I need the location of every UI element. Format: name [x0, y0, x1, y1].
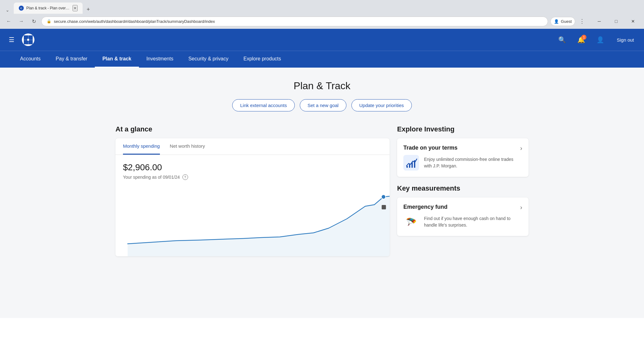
parachute-icon: 🪂	[406, 217, 417, 227]
svg-rect-13	[409, 164, 410, 168]
tab-list-button[interactable]: ⌄	[4, 6, 11, 14]
browser-chrome: ⌄ C Plan & track - Plan overview - c ✕ +…	[0, 0, 644, 29]
svg-rect-10	[382, 205, 386, 209]
svg-point-9	[381, 195, 386, 199]
page-content: Plan & Track Link external accounts Set …	[0, 68, 644, 318]
right-column: Explore Investing Trade on your terms	[397, 125, 529, 256]
tab-title: Plan & track - Plan overview - c	[26, 6, 70, 10]
card-tabs: Monthly spending Net worth history	[115, 138, 390, 155]
new-tab-button[interactable]: +	[84, 5, 93, 14]
tab-monthly-spending[interactable]: Monthly spending	[123, 138, 160, 155]
svg-rect-15	[414, 160, 415, 168]
search-icon: 🔍	[558, 36, 566, 43]
card-body: $2,906.00 Your spending as of 09/01/24 ?	[115, 155, 390, 187]
guest-icon: 👤	[554, 19, 559, 24]
tab-net-worth-history[interactable]: Net worth history	[170, 138, 205, 155]
top-nav: ☰ 🔍 🔔 1	[0, 29, 644, 51]
emergency-fund-chevron-icon[interactable]: ›	[520, 204, 522, 211]
guest-button[interactable]: 👤 Guest	[550, 17, 575, 26]
nav-plan-track[interactable]: Plan & track	[95, 51, 139, 68]
nav-pay-transfer[interactable]: Pay & transfer	[48, 51, 95, 68]
measurement-card-content: Emergency fund 🪂 Find out if you have en…	[403, 204, 520, 230]
at-a-glance-title: At a glance	[115, 125, 390, 133]
invest-icon	[403, 155, 419, 171]
nav-left: ☰	[6, 33, 34, 46]
invest-card-content: Trade on your terms	[403, 145, 520, 171]
svg-rect-6	[27, 39, 29, 41]
url-text: secure.chase.com/web/auth/dashboard#/das…	[54, 19, 543, 24]
help-icon[interactable]: ?	[182, 174, 188, 180]
close-button[interactable]: ✕	[626, 16, 640, 26]
back-button[interactable]: ←	[4, 16, 14, 26]
spending-chart	[115, 187, 390, 256]
nav-right: 🔍 🔔 1 👤 Sign out	[556, 33, 638, 46]
guest-label: Guest	[561, 19, 572, 24]
lock-icon: 🔒	[47, 19, 51, 23]
invest-card-body: Enjoy unlimited commission-free online t…	[403, 155, 520, 171]
invest-description: Enjoy unlimited commission-free online t…	[424, 156, 520, 169]
svg-text:C: C	[20, 7, 22, 10]
browser-tab-active[interactable]: C Plan & track - Plan overview - c ✕	[14, 3, 83, 14]
main-nav: Accounts Pay & transfer Plan & track Inv…	[0, 51, 644, 68]
spending-date: Your spending as of 09/01/24 ?	[123, 174, 382, 180]
explore-investing-title: Explore Investing	[397, 125, 529, 133]
spending-amount: $2,906.00	[123, 162, 382, 172]
notification-badge: 1	[581, 35, 586, 40]
svg-rect-12	[406, 166, 408, 168]
set-goal-button[interactable]: Set a new goal	[300, 99, 346, 111]
chase-logo	[22, 33, 34, 46]
emergency-fund-description: Find out if you have enough cash on hand…	[424, 215, 520, 228]
extensions-menu-button[interactable]: ⋮	[577, 16, 587, 26]
nav-explore-products[interactable]: Explore products	[236, 51, 289, 68]
emergency-fund-icon: 🪂	[403, 214, 419, 230]
chase-app: ☰ 🔍 🔔 1	[0, 29, 644, 338]
address-bar[interactable]: 🔒 secure.chase.com/web/auth/dashboard#/d…	[41, 17, 548, 26]
address-bar-row: ← → ↻ 🔒 secure.chase.com/web/auth/dashbo…	[0, 14, 644, 29]
emergency-fund-card: Emergency fund 🪂 Find out if you have en…	[397, 197, 529, 236]
explore-investing-section: Explore Investing Trade on your terms	[397, 125, 529, 177]
svg-rect-14	[411, 162, 413, 168]
maximize-button[interactable]: □	[609, 16, 623, 26]
emergency-fund-title: Emergency fund	[403, 204, 520, 210]
user-icon: 👤	[596, 36, 604, 43]
hamburger-menu-button[interactable]: ☰	[6, 33, 17, 46]
update-priorities-button[interactable]: Update your priorities	[351, 99, 412, 111]
main-layout: At a glance Monthly spending Net worth h…	[103, 119, 541, 263]
key-measurements-section: Key measurements Emergency fund 🪂 Find o…	[397, 184, 529, 236]
page-header: Plan & Track Link external accounts Set …	[0, 68, 644, 119]
minimize-button[interactable]: ─	[592, 16, 606, 26]
forward-button[interactable]: →	[16, 16, 26, 26]
page-title: Plan & Track	[6, 80, 638, 92]
spending-date-text: Your spending as of 09/01/24	[123, 175, 180, 180]
at-a-glance-card: Monthly spending Net worth history $2,90…	[115, 138, 390, 256]
invest-card-title: Trade on your terms	[403, 145, 520, 151]
sign-out-button[interactable]: Sign out	[613, 35, 638, 45]
refresh-button[interactable]: ↻	[29, 16, 39, 26]
notifications-button[interactable]: 🔔 1	[575, 33, 588, 46]
link-accounts-button[interactable]: Link external accounts	[232, 99, 294, 111]
nav-investments[interactable]: Investments	[139, 51, 181, 68]
trade-on-your-terms-card: Trade on your terms	[397, 138, 529, 177]
account-button[interactable]: 👤	[594, 33, 607, 46]
nav-security-privacy[interactable]: Security & privacy	[181, 51, 236, 68]
main-nav-inner: Accounts Pay & transfer Plan & track Inv…	[0, 51, 644, 68]
tab-close-button[interactable]: ✕	[73, 5, 78, 11]
action-buttons: Link external accounts Set a new goal Up…	[6, 99, 638, 111]
measurement-body: 🪂 Find out if you have enough cash on ha…	[403, 214, 520, 230]
invest-card-chevron-icon[interactable]: ›	[520, 145, 522, 152]
key-measurements-title: Key measurements	[397, 184, 529, 192]
browser-actions: 👤 Guest ⋮	[550, 16, 587, 26]
left-column: At a glance Monthly spending Net worth h…	[115, 125, 390, 256]
tab-favicon: C	[19, 6, 24, 11]
nav-accounts[interactable]: Accounts	[13, 51, 48, 68]
search-button[interactable]: 🔍	[556, 33, 569, 46]
